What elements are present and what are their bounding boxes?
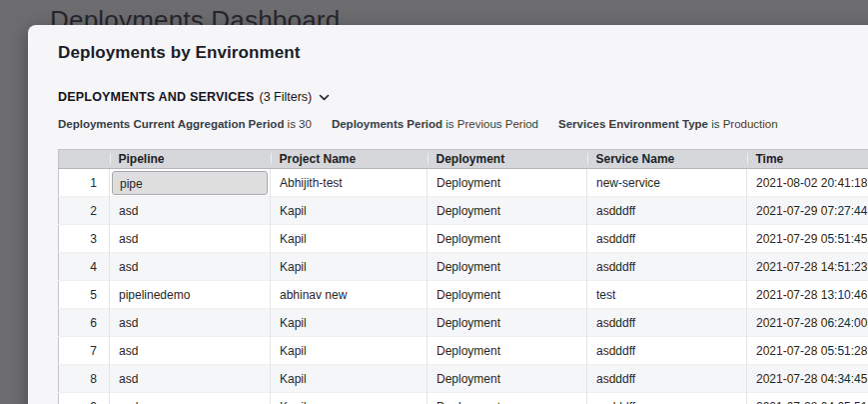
time-cell[interactable]: 2021-07-28 13:10:46 [747,281,868,309]
time-cell[interactable]: 2021-07-28 04:34:45 [747,365,868,393]
table-row: 2 asd Kapil Deployment asdddff 2021-07-2… [59,197,868,225]
table-row: 5 pipelinedemo abhinav new Deployment te… [59,281,868,309]
project-name-cell[interactable]: Kapil [271,393,428,404]
table-row: 4 asd Kapil Deployment asdddff 2021-07-2… [59,253,868,281]
column-header-project-name: Project Name [271,150,428,169]
deployment-cell[interactable]: Deployment [428,169,587,197]
filter-value: is 30 [288,118,312,130]
time-cell[interactable]: 2021-07-29 07:27:44 [747,197,868,225]
time-cell[interactable]: 2021-07-28 14:51:23 [747,253,868,281]
deployments-by-environment-modal: Deployments by Environment DEPLOYMENTS A… [28,25,868,404]
applied-filters: Deployments Current Aggregation Period i… [58,118,868,130]
row-number: 3 [59,225,110,253]
time-cell[interactable]: 2021-07-28 04:05:51 [747,393,868,404]
screen: Deployments Dashboard Deployments by Env… [0,0,868,404]
pipeline-cell[interactable]: asd [110,365,271,393]
filter-chip: Deployments Period is Previous Period [332,118,538,130]
row-number: 8 [59,365,110,393]
time-cell[interactable]: 2021-08-02 20:41:18 [747,169,868,197]
column-header-deployment: Deployment [428,150,587,169]
pipeline-cell[interactable]: pipe [110,169,271,197]
service-name-cell[interactable]: asdddff [587,197,747,225]
table-row: 9 asd Kapil Deployment asdddff 2021-07-2… [59,393,868,404]
filter-value: is Production [711,118,777,130]
service-name-cell[interactable]: asdddff [587,365,747,393]
column-header-time: Time [747,150,868,169]
time-cell[interactable]: 2021-07-28 05:51:28 [747,337,868,365]
filter-chip: Services Environment Type is Production [558,118,778,130]
filter-label: Services Environment Type [558,118,708,130]
row-number: 7 [59,337,110,365]
filter-chip: Deployments Current Aggregation Period i… [58,118,312,130]
filter-value: is Previous Period [445,118,538,130]
chevron-down-icon [319,90,330,104]
service-name-cell[interactable]: new-service [587,169,747,197]
selected-cell[interactable]: pipe [112,171,268,195]
section-title: DEPLOYMENTS AND SERVICES [58,90,255,104]
row-number: 2 [59,197,110,225]
table-header-row: Pipeline Project Name Deployment Service… [59,150,868,169]
project-name-cell[interactable]: abhinav new [271,281,428,309]
deployment-cell[interactable]: Deployment [428,309,587,337]
table-row: 8 asd Kapil Deployment asdddff 2021-07-2… [59,365,868,393]
service-name-cell[interactable]: test [587,281,747,309]
deployment-cell[interactable]: Deployment [428,393,587,404]
project-name-cell[interactable]: Kapil [271,253,428,281]
row-number: 9 [59,393,110,404]
deployment-cell[interactable]: Deployment [428,225,587,253]
table-row: 6 asd Kapil Deployment asdddff 2021-07-2… [59,309,868,337]
row-number: 4 [59,253,110,281]
service-name-cell[interactable]: asdddff [587,253,747,281]
service-name-cell[interactable]: asdddff [587,309,747,337]
project-name-cell[interactable]: Kapil [271,197,428,225]
row-number: 5 [59,281,110,309]
deployment-cell[interactable]: Deployment [428,365,587,393]
project-name-cell[interactable]: Kapil [271,309,428,337]
deployment-cell[interactable]: Deployment [428,337,587,365]
filter-label: Deployments Current Aggregation Period [58,118,284,130]
filter-label: Deployments Period [332,118,442,130]
column-header-service-name: Service Name [587,150,747,169]
pipeline-cell[interactable]: asd [110,309,271,337]
service-name-cell[interactable]: asdddff [587,393,747,404]
pipeline-cell[interactable]: asd [110,197,271,225]
deployment-cell[interactable]: Deployment [428,197,587,225]
deployment-cell[interactable]: Deployment [428,281,587,309]
filters-count-label: (3 Filters) [260,90,313,104]
filters-section-toggle[interactable]: DEPLOYMENTS AND SERVICES (3 Filters) [58,90,330,104]
table-row: 7 asd Kapil Deployment asdddff 2021-07-2… [59,337,868,365]
pipeline-cell[interactable]: asd [110,253,271,281]
service-name-cell[interactable]: asdddff [587,225,747,253]
row-number: 1 [59,169,110,197]
time-cell[interactable]: 2021-07-29 05:51:45 [747,225,868,253]
project-name-cell[interactable]: Kapil [271,337,428,365]
project-name-cell[interactable]: Kapil [271,225,428,253]
row-number-header [59,150,110,169]
service-name-cell[interactable]: asdddff [587,337,747,365]
deployments-table: Pipeline Project Name Deployment Service… [58,149,868,404]
pipeline-cell[interactable]: asd [110,393,271,404]
pipeline-cell[interactable]: pipelinedemo [110,281,271,309]
deployment-cell[interactable]: Deployment [428,253,587,281]
table-row: 3 asd Kapil Deployment asdddff 2021-07-2… [59,225,868,253]
pipeline-cell[interactable]: asd [110,337,271,365]
pipeline-cell[interactable]: asd [110,225,271,253]
project-name-cell[interactable]: Abhijith-test [271,169,428,197]
table-row: 1 pipe Abhijith-test Deployment new-serv… [59,169,868,197]
row-number: 6 [59,309,110,337]
modal-title: Deployments by Environment [58,43,868,63]
time-cell[interactable]: 2021-07-28 06:24:00 [747,309,868,337]
column-header-pipeline: Pipeline [110,150,271,169]
project-name-cell[interactable]: Kapil [271,365,428,393]
